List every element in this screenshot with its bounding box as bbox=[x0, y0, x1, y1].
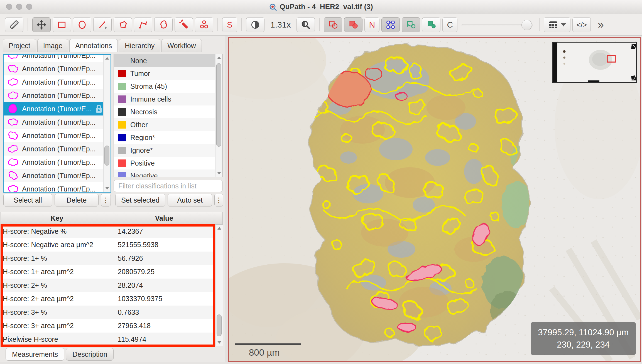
minimize-window-button[interactable] bbox=[16, 4, 22, 10]
dropdown-arrow-icon bbox=[561, 23, 566, 26]
close-window-button[interactable] bbox=[6, 4, 12, 10]
scrollbar-thumb[interactable] bbox=[104, 146, 109, 166]
scroll-down-arrow[interactable] bbox=[217, 172, 221, 174]
table-row[interactable]: H-score: 3+ area µm^227963.418 bbox=[1, 319, 215, 333]
panel-splitter[interactable] bbox=[225, 36, 228, 364]
classification-item-other[interactable]: Other bbox=[114, 118, 215, 131]
points-tool-button[interactable] bbox=[195, 17, 213, 32]
show-annotations-button[interactable] bbox=[324, 17, 342, 32]
tab-image[interactable]: Image bbox=[37, 39, 68, 52]
table-row[interactable]: H-score: Negative %14.2367 bbox=[1, 225, 215, 238]
measure-ruler-button[interactable] bbox=[5, 17, 23, 32]
classification-item-positive[interactable]: Positive bbox=[114, 157, 215, 169]
annotation-item-label: Annotation (Tumor/Ep... bbox=[22, 158, 95, 166]
classification-item-stroma[interactable]: Stroma (45) bbox=[114, 80, 215, 93]
toolbar-overflow-button[interactable]: » bbox=[598, 19, 604, 31]
annotation-item[interactable]: Annotation (Tumor/Ep... bbox=[4, 182, 105, 193]
table-row[interactable]: H-score: 1+ area µm^22080579.25 bbox=[1, 265, 215, 279]
annotation-item[interactable]: Annotation (Tumor/Ep... bbox=[4, 62, 105, 75]
show-names-button[interactable]: N bbox=[364, 17, 379, 32]
wand-tool-button[interactable] bbox=[175, 17, 193, 32]
rectangle-tool-button[interactable] bbox=[53, 17, 71, 32]
scrollbar-thumb[interactable] bbox=[217, 314, 222, 336]
annotation-item[interactable]: Annotation (Tumor/Ep... bbox=[4, 54, 105, 62]
classification-item-negative[interactable]: Negative bbox=[114, 169, 215, 177]
table-row[interactable]: H-score: 2+ area µm^21033370.9375 bbox=[1, 292, 215, 306]
classification-item-none[interactable]: None bbox=[114, 54, 215, 67]
tab-workflow[interactable]: Workflow bbox=[161, 39, 202, 52]
magnification-value[interactable]: 1.31x bbox=[270, 20, 291, 29]
show-detections-button[interactable] bbox=[402, 17, 420, 32]
fill-detections-button[interactable] bbox=[422, 17, 440, 32]
annotation-item[interactable]: Annotation (Tumor/Ep... bbox=[4, 156, 105, 169]
scrollbar-thumb[interactable] bbox=[216, 63, 221, 147]
tab-description[interactable]: Description bbox=[66, 348, 114, 361]
ellipse-tool-button[interactable] bbox=[73, 17, 91, 32]
scroll-down-arrow[interactable] bbox=[105, 187, 109, 190]
show-annotations-icon bbox=[328, 19, 338, 30]
polyline-tool-button[interactable] bbox=[134, 17, 152, 32]
class-color-swatch bbox=[118, 70, 126, 77]
tab-annotations[interactable]: Annotations bbox=[69, 39, 118, 52]
annotation-item[interactable]: Annotation (Tumor/Ep... bbox=[4, 75, 105, 89]
scroll-down-arrow[interactable] bbox=[217, 341, 221, 344]
measurement-tables-button[interactable] bbox=[544, 17, 570, 32]
annotation-item[interactable]: Annotation (Tumor/Ep... bbox=[4, 129, 105, 142]
measurements-table-header: Key Value bbox=[1, 212, 223, 225]
brush-tool-button[interactable] bbox=[154, 17, 173, 32]
value-column-header[interactable]: Value bbox=[113, 212, 215, 224]
classification-item-immune-cells[interactable]: Immune cells bbox=[114, 93, 215, 105]
show-classification-button[interactable]: C bbox=[442, 17, 457, 32]
scroll-up-arrow[interactable] bbox=[217, 56, 221, 59]
tab-project[interactable]: Project bbox=[3, 39, 36, 52]
tma-grid-button[interactable] bbox=[381, 17, 400, 32]
annotation-item[interactable]: Annotation (Tumor/Ep... bbox=[4, 169, 105, 182]
scroll-up-arrow[interactable] bbox=[217, 227, 221, 230]
scroll-up-arrow[interactable] bbox=[105, 57, 109, 60]
filter-classifications-input[interactable] bbox=[114, 180, 223, 192]
key-column-header[interactable]: Key bbox=[1, 212, 113, 224]
delete-button[interactable]: Delete bbox=[55, 194, 99, 206]
annotation-item[interactable]: Annotation (Tumor/Ep... bbox=[4, 89, 105, 102]
polygon-tool-button[interactable] bbox=[114, 17, 132, 32]
zoom-to-fit-button[interactable] bbox=[297, 17, 315, 32]
set-selected-button[interactable]: Set selected bbox=[115, 194, 165, 206]
annotation-list-scrollbar[interactable] bbox=[103, 55, 111, 192]
measurements-table-scrollbar[interactable] bbox=[215, 225, 223, 346]
slider-thumb[interactable] bbox=[521, 20, 532, 30]
classification-list-scrollbar[interactable] bbox=[215, 54, 222, 177]
table-row[interactable]: Pixelwise H-score115.4974 bbox=[1, 333, 215, 346]
move-tool-button[interactable] bbox=[32, 17, 51, 32]
table-row[interactable]: H-score: 2+ %28.2074 bbox=[1, 279, 215, 292]
classification-item-necrosis[interactable]: Necrosis bbox=[114, 105, 215, 118]
table-row[interactable]: H-score: Negative area µm^2521555.5938 bbox=[1, 238, 215, 252]
class-color-swatch bbox=[118, 108, 126, 116]
annotation-shape-icon bbox=[7, 77, 19, 87]
window-title-text: QuPath - 4_HER2_val.tif (3) bbox=[280, 3, 373, 11]
classification-item-region[interactable]: Region* bbox=[114, 131, 215, 144]
opacity-slider[interactable] bbox=[462, 17, 533, 32]
annotation-item[interactable]: Annotation (Tumor/Ep... bbox=[4, 115, 105, 129]
slide-overview-map[interactable] bbox=[552, 42, 637, 83]
select-all-button[interactable]: Select all bbox=[3, 194, 52, 206]
classification-item-tumor[interactable]: Tumor bbox=[114, 67, 215, 80]
annotation-item-selected[interactable]: Annotation (Tumor/E... bbox=[4, 102, 105, 115]
maximize-window-button[interactable] bbox=[26, 4, 32, 10]
script-editor-button[interactable]: </> bbox=[572, 17, 591, 32]
fill-annotations-button[interactable] bbox=[344, 17, 362, 32]
auto-set-button[interactable]: Auto set bbox=[168, 194, 212, 206]
selection-mode-button[interactable]: S bbox=[222, 17, 237, 32]
classification-more-button[interactable]: ⋮ bbox=[214, 194, 223, 206]
annotation-item[interactable]: Annotation (Tumor/Ep... bbox=[4, 142, 105, 156]
tab-hierarchy[interactable]: Hierarchy bbox=[119, 39, 160, 52]
slide-image[interactable] bbox=[229, 38, 640, 361]
classification-item-ignore[interactable]: Ignore* bbox=[114, 144, 215, 157]
toolbar-separator bbox=[319, 18, 320, 31]
line-tool-button[interactable] bbox=[93, 17, 112, 32]
tab-measurements[interactable]: Measurements bbox=[6, 348, 64, 361]
table-row[interactable]: H-score: 1+ %56.7926 bbox=[1, 252, 215, 265]
annotation-more-button[interactable]: ⋮ bbox=[101, 194, 111, 206]
table-row[interactable]: H-score: 3+ %0.7633 bbox=[1, 306, 215, 319]
slide-viewer[interactable]: 800 µm 37995.29, 11024.90 µm 230, 229, 2… bbox=[228, 37, 641, 362]
brightness-contrast-button[interactable] bbox=[246, 17, 264, 32]
